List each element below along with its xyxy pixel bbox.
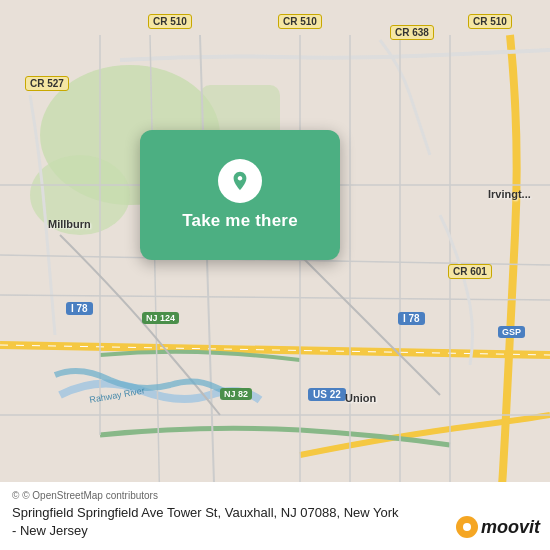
road-label-cr638: CR 638	[390, 25, 434, 40]
road-label-nj124: NJ 124	[142, 312, 179, 324]
location-pin-icon	[229, 170, 251, 192]
osm-credit-text: © OpenStreetMap contributors	[22, 490, 158, 501]
address-text: Springfield Springfield Ave Tower St, Va…	[12, 504, 402, 540]
copyright-icon: ©	[12, 490, 19, 501]
moovit-logo: moovit	[456, 516, 540, 538]
place-label-union: Union	[345, 392, 376, 404]
bottom-bar: © © OpenStreetMap contributors Springfie…	[0, 482, 550, 550]
road-label-i78-left: I 78	[66, 302, 93, 315]
road-label-cr510-3: CR 510	[468, 14, 512, 29]
road-label-nj82: NJ 82	[220, 388, 252, 400]
action-card: Take me there	[140, 130, 340, 260]
road-label-cr510-1: CR 510	[148, 14, 192, 29]
place-label-irvington: Irvingt...	[488, 188, 531, 200]
osm-credit: © © OpenStreetMap contributors	[12, 490, 538, 501]
take-me-there-button[interactable]: Take me there	[182, 211, 298, 231]
road-label-cr527: CR 527	[25, 76, 69, 91]
place-label-millburn: Millburn	[48, 218, 91, 230]
road-label-i78-right: I 78	[398, 312, 425, 325]
road-label-us22: US 22	[308, 388, 346, 401]
location-icon-circle	[218, 159, 262, 203]
moovit-dot-inner	[463, 523, 471, 531]
road-label-cr601: CR 601	[448, 264, 492, 279]
road-label-cr510-2: CR 510	[278, 14, 322, 29]
moovit-text: moovit	[481, 517, 540, 538]
road-label-gsp: GSP	[498, 326, 525, 338]
moovit-dot	[456, 516, 478, 538]
map-container: Rahway River CR 510 CR 510 CR 638 CR 510…	[0, 0, 550, 550]
